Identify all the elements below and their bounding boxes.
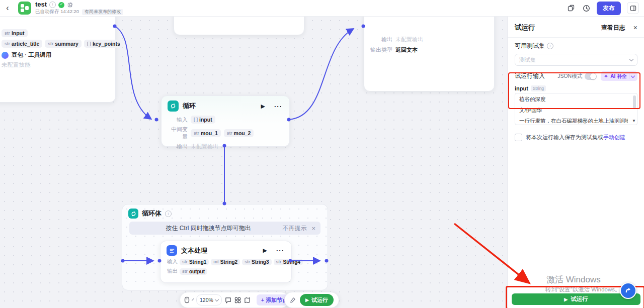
test-run-panel: 试运行 查看日志 × 可用测试集 i 测试集 试运行输入 JSON模式 AI 补… <box>507 16 644 308</box>
wire-loop-to-return <box>289 29 353 120</box>
scroll-down-icon[interactable]: ▼ <box>632 119 636 123</box>
unpublished-badge: 有尚未发布的修改 <box>82 9 123 15</box>
wire-agent-to-loop <box>115 26 150 119</box>
windows-watermark-title: 激活 Windows <box>546 274 601 285</box>
zoom-control[interactable]: 120% <box>196 294 222 305</box>
published-check-icon: ✓ <box>58 2 64 8</box>
chevron-down-icon <box>215 297 219 301</box>
scrollbar-thumb[interactable] <box>633 95 636 109</box>
input-textarea[interactable]: 苞谷的深度 文/伊国华 一行行麦苗，在白石碥那梯形的土地上油润润地青绿着，在冬日… <box>515 93 637 125</box>
pointer-mode-button[interactable] <box>184 296 190 304</box>
json-mode-label: JSON模式 <box>557 73 582 80</box>
textarea-line: 苞谷的深度 <box>519 96 628 103</box>
run-toolbar: ▶ 试运行 <box>284 292 339 308</box>
play-icon: ▶ <box>564 297 568 302</box>
back-button[interactable]: ‹ <box>0 4 15 13</box>
workflow-editor: strinput strarticle_title strsummary [ ]… <box>0 0 644 308</box>
ai-complete-button[interactable]: AI 补全 <box>601 71 637 81</box>
testset-placeholder: 测试集 <box>519 56 536 64</box>
comment-button[interactable] <box>225 296 231 304</box>
test-run-button[interactable]: ▶ 试运行 <box>300 294 334 306</box>
save-as-testset-label: 将本次运行输入保存为测试集或手动创建 <box>526 134 625 141</box>
minimap-button[interactable] <box>244 296 251 304</box>
circular-arrow-icon <box>624 287 632 294</box>
zoom-level: 120% <box>200 297 213 303</box>
chevron-down-icon[interactable] <box>631 73 635 77</box>
info-icon[interactable]: i <box>49 2 56 8</box>
duplicate-icon[interactable] <box>567 4 576 13</box>
panel-title: 试运行 <box>515 23 535 32</box>
chevron-down-icon <box>629 57 633 61</box>
manual-create-link[interactable]: 手动创建 <box>603 134 625 140</box>
workflow-logo-icon <box>18 2 31 15</box>
windows-watermark-subtitle: 转到“设置”以激活 Windows。 <box>545 286 621 293</box>
textarea-line: 文/伊国华 <box>519 107 628 114</box>
connection-ports[interactable] <box>113 25 365 263</box>
edit-icon[interactable] <box>67 2 73 8</box>
sparkle-icon <box>604 74 608 78</box>
field-name: input <box>515 85 528 91</box>
save-as-testset-checkbox[interactable] <box>515 134 522 141</box>
testset-label: 可用测试集 <box>515 42 545 50</box>
textarea-line: 一行行麦苗，在白石碥那梯形的土地上油润润地青绿着，在冬日万物萧疏 <box>519 118 628 125</box>
autosave-status: 已自动保存 14:42:20 <box>35 9 79 14</box>
top-bar: ‹ test i ✓ 已自动保存 14:42:20 有尚未发布的修改 <box>0 0 644 17</box>
publish-button[interactable]: 发布 <box>597 2 621 15</box>
run-input-label: 试运行输入 <box>515 72 545 80</box>
auto-layout-button[interactable] <box>234 296 241 304</box>
panel-toggle-icon[interactable] <box>627 2 639 14</box>
view-logs-button[interactable]: 查看日志 <box>601 24 625 32</box>
testset-select[interactable]: 测试集 <box>515 54 637 66</box>
json-mode-toggle[interactable] <box>585 73 597 80</box>
assistant-bubble-button[interactable] <box>620 282 636 299</box>
field-type-badge: String <box>531 85 546 91</box>
connection-wires <box>0 16 507 308</box>
play-icon: ▶ <box>305 297 309 302</box>
chevron-down-icon[interactable] <box>192 298 194 301</box>
canvas-toolbar: 120% + 添加节点 <box>180 292 289 308</box>
workflow-title: test <box>35 1 47 8</box>
history-icon[interactable] <box>582 4 591 13</box>
debug-brush-icon[interactable] <box>288 296 296 304</box>
panel-close-icon[interactable]: × <box>633 24 637 32</box>
workflow-canvas[interactable]: strinput strarticle_title strsummary [ ]… <box>0 16 507 308</box>
info-icon: i <box>547 43 553 49</box>
